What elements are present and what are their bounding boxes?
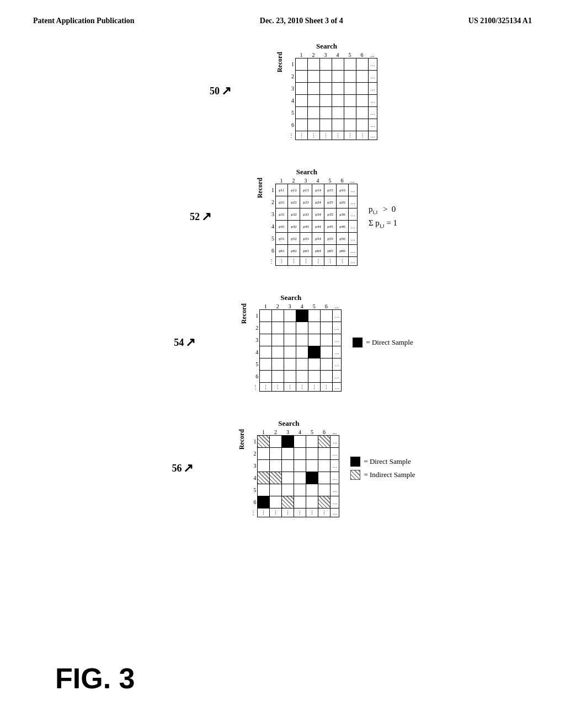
legend-direct-label-54: = Direct Sample — [366, 338, 413, 347]
matrix-rows-52: 1 2 3 4 5 6 ⋮ p11p12p13p14p15p16… — [265, 184, 358, 266]
formula-sum: Σ pI,J = 1 — [369, 218, 397, 229]
label-56-num: 56 — [172, 463, 182, 474]
label-54-num: 54 — [174, 337, 184, 349]
row-headers-50: 1 2 3 4 5 6 ⋮ — [285, 58, 295, 140]
matrix-52: Search Record 1 2 3 4 5 6 ... — [256, 168, 358, 266]
legend-direct-56: = Direct Sample — [350, 457, 415, 467]
matrix-area-56: Record 1 2 3 4 5 6 ... 1 — [238, 429, 339, 517]
row-4: 4 — [285, 94, 295, 106]
grid-row-54-2: … — [260, 322, 342, 334]
row-6: 6 — [285, 119, 295, 131]
grid-row-52-1: p11p12p13p14p15p16… — [276, 184, 358, 196]
label-52-num: 52 — [190, 211, 200, 223]
grid-row-56-dots: ⋮⋮⋮⋮⋮⋮… — [258, 508, 339, 517]
row-headers-56: 1 2 3 4 5 6 ⋮ — [247, 435, 257, 517]
legend-hatch-box-56 — [350, 470, 360, 480]
matrix-headers-54: 1 2 3 4 5 6 ... 1 2 3 4 — [249, 303, 342, 392]
legend-direct-54: = Direct Sample — [353, 338, 413, 347]
label-50-arrow: ↗ — [221, 84, 231, 98]
grid-row-52-6: p61p62p63p64p65p66… — [276, 245, 358, 257]
record-container-54: Record — [240, 303, 249, 324]
matrix-54: Search Record 1 2 3 4 5 6 ... — [240, 293, 342, 392]
header-center: Dec. 23, 2010 Sheet 3 of 4 — [260, 17, 343, 25]
row-headers-54: 1 2 3 4 5 6 ⋮ — [249, 309, 259, 392]
record-container-50: Record — [276, 52, 285, 72]
grid-row-54-dots: ⋮⋮⋮⋮⋮⋮… — [260, 383, 342, 392]
row-1: 1 — [285, 58, 295, 70]
row-headers-52: 1 2 3 4 5 6 ⋮ — [265, 184, 275, 266]
grid-row-56-4: … — [258, 472, 339, 484]
search-label-52: Search — [296, 168, 317, 176]
col-2: 2 — [307, 52, 319, 58]
col-6: 6 — [356, 52, 368, 58]
legend-indirect-56: = Indirect Sample — [350, 470, 415, 480]
legend-direct-label-56: = Direct Sample — [364, 457, 411, 466]
row-dots: ⋮ — [285, 131, 295, 140]
col-1: 1 — [295, 52, 307, 58]
label-54-arrow: ↗ — [185, 335, 195, 350]
grid-row-52-dots: ⋮⋮⋮⋮⋮⋮… — [276, 257, 358, 266]
grid-row-54-5: … — [260, 358, 342, 371]
legend-black-box-56 — [350, 457, 360, 467]
grid-row-52-2: p21p22p23p24p25p26… — [276, 196, 358, 208]
fig-label: FIG. 3 — [55, 662, 135, 695]
matrix-area-50: Record 1 2 3 4 5 6 ... 1 — [276, 52, 377, 140]
record-label-54: Record — [240, 303, 248, 324]
grid-row-56-1: … — [258, 436, 339, 448]
grid-row-50-1: … — [296, 58, 377, 71]
col-5: 5 — [344, 52, 356, 58]
col-dots: ... — [368, 52, 377, 58]
search-label-54: Search — [280, 293, 301, 302]
grid-50: … … … … … — [295, 58, 377, 140]
formula-pij: pI,J — [369, 205, 377, 215]
label-50: 50 ↗ — [210, 84, 231, 98]
grid-row-52-5: p51p52p53p54p55p56… — [276, 233, 358, 245]
diagram-54-section: 54 ↗ Search Record 1 2 3 4 5 6 ... — [240, 293, 413, 392]
col-headers-52: 1 2 3 4 5 6 ... — [275, 178, 358, 184]
matrix-rows-56: 1 2 3 4 5 6 ⋮ … — [247, 435, 339, 517]
grid-row-56-5: … — [258, 484, 339, 496]
grid-row-56-2: … — [258, 448, 339, 460]
row-3: 3 — [285, 82, 295, 94]
col-headers-54: 1 2 3 4 5 6 ... — [259, 303, 342, 309]
grid-row-54-4: … — [260, 346, 342, 358]
diagram-52-section: 52 ↗ Search Record 1 2 3 4 5 6 ... — [256, 168, 397, 266]
matrix-area-52: Record 1 2 3 4 5 6 ... 1 — [256, 178, 358, 266]
matrix-headers-56: 1 2 3 4 5 6 ... 1 2 3 4 — [247, 429, 339, 517]
matrix-headers-52: 1 2 3 4 5 6 ... 1 2 3 4 — [265, 178, 358, 266]
legend-54: = Direct Sample — [353, 338, 413, 347]
main-content: 50 ↗ Search Record 1 2 3 4 5 6 ... — [0, 31, 565, 528]
col-4: 4 — [332, 52, 344, 58]
record-container-52: Record — [256, 178, 265, 198]
grid-row-50-6: … — [296, 119, 377, 131]
grid-52: p11p12p13p14p15p16… p21p22p23p24p25p26… … — [275, 184, 358, 266]
grid-row-54-1: … — [260, 310, 342, 322]
label-56-arrow: ↗ — [183, 461, 193, 475]
matrix-50: Search Record 1 2 3 4 5 6 ... — [276, 42, 377, 140]
record-container-56: Record — [238, 429, 247, 449]
matrix-56: Search Record 1 2 3 4 5 6 ... — [238, 419, 339, 517]
grid-row-50-3: … — [296, 83, 377, 95]
search-label-56: Search — [278, 419, 299, 428]
formula-52: pI,J > 0 Σ pI,J = 1 — [369, 205, 397, 229]
legend-indirect-label-56: = Indirect Sample — [364, 470, 415, 479]
diagram-50-section: 50 ↗ Search Record 1 2 3 4 5 6 ... — [276, 42, 377, 140]
grid-row-56-6: … — [258, 496, 339, 508]
matrix-rows-50: 1 2 3 4 5 6 ⋮ … — [285, 58, 377, 140]
grid-row-50-4: … — [296, 95, 377, 107]
grid-row-50-2: … — [296, 71, 377, 83]
grid-row-50-5: … — [296, 107, 377, 119]
label-56: 56 ↗ — [172, 461, 193, 475]
page-header: Patent Application Publication Dec. 23, … — [0, 0, 565, 31]
formula-gt: > 0 — [381, 205, 396, 214]
row-2: 2 — [285, 70, 295, 82]
header-right: US 2100/325134 A1 — [468, 17, 532, 25]
formula-line-2: Σ pI,J = 1 — [369, 218, 397, 229]
grid-row-54-6: … — [260, 371, 342, 383]
label-50-num: 50 — [210, 85, 220, 97]
record-label-52: Record — [256, 178, 264, 198]
label-52-arrow: ↗ — [201, 210, 211, 224]
search-label-50: Search — [316, 42, 337, 51]
matrix-area-54: Record 1 2 3 4 5 6 ... 1 — [240, 303, 342, 392]
col-headers-50: 1 2 3 4 5 6 ... — [295, 52, 377, 58]
